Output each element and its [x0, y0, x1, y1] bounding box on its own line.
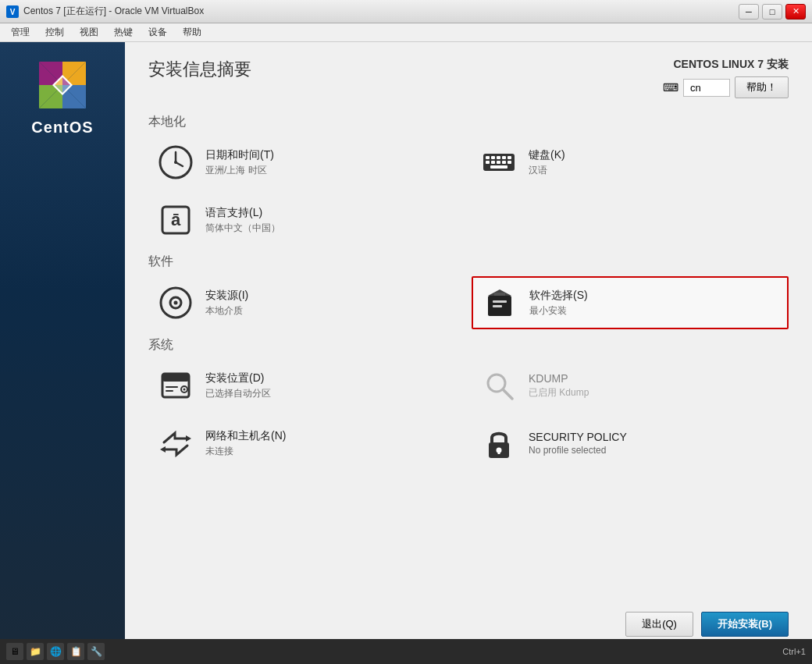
- item-security-title: SECURITY POLICY: [529, 431, 627, 443]
- language-icon: ā: [157, 201, 194, 239]
- section-label-system: 系统: [148, 337, 789, 353]
- help-button[interactable]: 帮助！: [735, 76, 789, 98]
- svg-rect-27: [491, 161, 495, 164]
- item-source-title: 安装源(I): [205, 289, 248, 303]
- window-controls: ─ □ ✕: [739, 4, 806, 20]
- keyboard-icon: [480, 144, 518, 181]
- install-title: CENTOS LINUX 7 安装: [663, 58, 789, 72]
- svg-rect-46: [166, 386, 178, 388]
- network-icon: [157, 424, 194, 462]
- item-datetime-text: 日期和时间(T) 亚洲/上海 时区: [205, 148, 274, 177]
- svg-rect-47: [166, 390, 173, 392]
- localization-grid: 日期和时间(T) 亚洲/上海 时区: [148, 137, 789, 246]
- item-security-text: SECURITY POLICY No profile selected: [529, 431, 627, 456]
- svg-rect-22: [491, 156, 495, 159]
- item-disk-subtitle: 已选择自动分区: [205, 387, 271, 400]
- window-title: Centos 7 [正在运行] - Oracle VM VirtualBox: [23, 5, 739, 18]
- item-network-subtitle: 未连接: [205, 445, 286, 458]
- taskbar-item-5[interactable]: 🔧: [87, 643, 105, 660]
- item-software-subtitle: 最小安装: [529, 304, 588, 318]
- content-header: 安装信息摘要 CENTOS LINUX 7 安装 ⌨ 帮助！: [125, 42, 812, 106]
- system-grid: 安装位置(D) 已选择自动分区 KDUMP 已启用 Kdum: [148, 360, 789, 469]
- svg-rect-21: [486, 156, 490, 159]
- menu-help[interactable]: 帮助: [176, 24, 208, 41]
- item-disk-title: 安装位置(D): [205, 371, 271, 385]
- svg-rect-28: [497, 161, 500, 164]
- lang-input[interactable]: [683, 79, 730, 97]
- centos-brand: CentOS: [31, 119, 93, 137]
- svg-rect-39: [494, 293, 505, 296]
- clock-icon: [157, 144, 194, 181]
- svg-rect-26: [486, 161, 490, 164]
- item-network[interactable]: 网络和主机名(N) 未连接: [148, 417, 465, 469]
- disk-icon: [157, 367, 194, 404]
- svg-rect-31: [490, 165, 508, 169]
- item-disk[interactable]: 安装位置(D) 已选择自动分区: [148, 360, 465, 411]
- centos-logo: [35, 58, 90, 112]
- menu-view[interactable]: 视图: [73, 24, 105, 41]
- svg-rect-24: [502, 156, 506, 159]
- svg-rect-40: [493, 300, 507, 303]
- item-kdump-text: KDUMP 已启用 Kdump: [529, 372, 589, 399]
- item-keyboard-title: 键盘(K): [529, 148, 565, 162]
- item-software-title: 软件选择(S): [529, 289, 588, 303]
- svg-rect-41: [493, 305, 502, 307]
- item-network-title: 网络和主机名(N): [205, 429, 286, 443]
- menu-manage[interactable]: 管理: [5, 24, 36, 41]
- menu-control[interactable]: 控制: [39, 24, 70, 41]
- disc-icon: [157, 284, 194, 321]
- taskbar-item-3[interactable]: 🌐: [47, 643, 64, 660]
- item-software-text: 软件选择(S) 最小安装: [529, 289, 588, 318]
- install-button[interactable]: 开始安装(B): [701, 612, 789, 637]
- header-right: CENTOS LINUX 7 安装 ⌨ 帮助！: [663, 58, 789, 98]
- minimize-button[interactable]: ─: [739, 4, 759, 20]
- taskbar-item-4[interactable]: 📋: [67, 643, 84, 660]
- software-icon: [481, 284, 518, 321]
- item-datetime[interactable]: 日期和时间(T) 亚洲/上海 时区: [148, 137, 465, 188]
- item-disk-text: 安装位置(D) 已选择自动分区: [205, 371, 271, 400]
- svg-point-36: [174, 301, 178, 305]
- item-kdump-subtitle: 已启用 Kdump: [529, 386, 589, 399]
- svg-marker-51: [160, 446, 166, 453]
- item-source[interactable]: 安装源(I) 本地介质: [148, 276, 465, 329]
- svg-rect-29: [502, 161, 506, 164]
- taskbar: 🖥 📁 🌐 📋 🔧 Ctrl+1: [0, 639, 812, 664]
- item-language-title: 语言支持(L): [205, 206, 280, 220]
- keyboard-row: ⌨ 帮助！: [663, 76, 789, 98]
- item-software[interactable]: 软件选择(S) 最小安装: [472, 276, 789, 329]
- taskbar-item-1[interactable]: 🖥: [6, 643, 23, 660]
- svg-rect-23: [497, 156, 500, 159]
- svg-rect-30: [508, 161, 511, 164]
- bottom-buttons: 退出(Q) 开始安装(B): [625, 612, 789, 637]
- item-keyboard-text: 键盘(K) 汉语: [529, 148, 565, 177]
- item-language[interactable]: ā 语言支持(L) 简体中文（中国）: [148, 194, 465, 246]
- sidebar: CentOS: [0, 42, 125, 664]
- page-title: 安装信息摘要: [148, 58, 251, 81]
- svg-marker-50: [186, 435, 191, 442]
- close-button[interactable]: ✕: [785, 4, 806, 20]
- section-label-software: 软件: [148, 254, 789, 270]
- taskbar-item-2[interactable]: 📁: [27, 643, 44, 660]
- titlebar: V Centos 7 [正在运行] - Oracle VM VirtualBox…: [0, 0, 812, 23]
- svg-rect-54: [498, 450, 500, 454]
- kdump-icon: [480, 367, 518, 404]
- taskbar-status: Ctrl+1: [782, 647, 806, 656]
- software-grid: 安装源(I) 本地介质: [148, 276, 789, 329]
- menu-devices[interactable]: 设备: [142, 24, 173, 41]
- keyboard-icon: ⌨: [663, 81, 678, 94]
- item-security[interactable]: SECURITY POLICY No profile selected: [472, 417, 789, 469]
- restore-button[interactable]: □: [762, 4, 782, 20]
- vm-window: CentOS 安装信息摘要 CENTOS LINUX 7 安装 ⌨ 帮助！ 本地…: [0, 42, 812, 664]
- menu-hotkey[interactable]: 热键: [108, 24, 139, 41]
- item-keyboard[interactable]: 键盘(K) 汉语: [472, 137, 789, 188]
- item-keyboard-subtitle: 汉语: [529, 164, 565, 177]
- item-kdump-title: KDUMP: [529, 372, 589, 385]
- item-kdump[interactable]: KDUMP 已启用 Kdump: [472, 360, 789, 411]
- quit-button[interactable]: 退出(Q): [625, 612, 693, 637]
- svg-rect-43: [162, 374, 189, 382]
- security-icon: [480, 424, 518, 462]
- item-network-text: 网络和主机名(N) 未连接: [205, 429, 286, 458]
- svg-rect-25: [508, 156, 511, 159]
- menubar: 管理 控制 视图 热键 设备 帮助: [0, 23, 812, 42]
- section-label-localization: 本地化: [148, 114, 789, 130]
